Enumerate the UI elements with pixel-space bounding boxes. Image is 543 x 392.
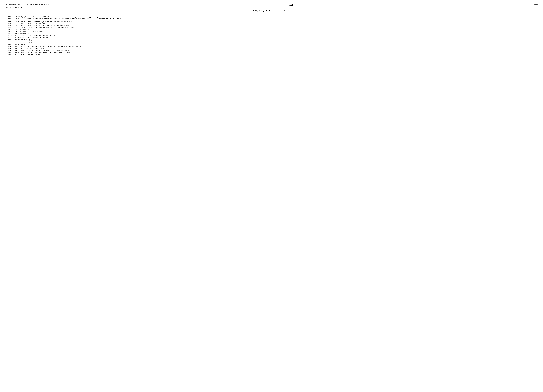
row-text: Н10=16,5' Н12=13,3•	[17, 19, 538, 21]
row-text: Е17-89 6-4(А2-0,82) ПРИМЕЧ.' 1' ' РАКОВИ…	[17, 46, 538, 48]
row-id1: 1284	[5, 46, 12, 48]
table-row: 12769С130-2014' 1' ' ТО ЖЕ,А=100ММ•	[5, 30, 538, 32]
table-row: 127912С130-672' 1,0' ' СТОИМОСТЬ ВОРОНОК…	[5, 36, 538, 38]
row-id2: 11	[12, 34, 17, 36]
row-text: Е16-30 5-1' 55' ' ТРУБОПРОВОДЫ 4УГУННЫЕ …	[17, 21, 538, 23]
row-id2: 8	[12, 28, 17, 30]
table-row: 12703Н10=16,5' Н12=13,3•	[5, 19, 538, 21]
section-title: ИСХОДНЫЕ ДАННЫЕ	[253, 10, 271, 12]
row-id1: 1269	[5, 17, 12, 19]
table-row: 12736Е16-66 8-1' 10' ' ТО ЖЕ,СТАЛЬНЫЕ ЭЛ…	[5, 25, 538, 27]
row-text: Е16-66 8-1' 10' ' ТО ЖЕ,СТАЛЬНЫЕ ЭЛЕКТРО…	[17, 25, 538, 27]
row-text: С130-672' 1,0' ' СТОИМОСТЬ ВОРОНОК•	[17, 36, 538, 38]
table-row: 12692Ю' ' ' ' ТИПОВОЙ ПРОЕКТ КЛУБА(СТЕНЫ…	[5, 17, 538, 19]
row-text: С130-2014' 1' ' ТО ЖЕ,А=100ММ•	[17, 30, 538, 32]
row-id2: 20	[12, 51, 17, 53]
row-id1: 1285	[5, 48, 12, 50]
row-id1: 1275	[5, 28, 12, 30]
row-id2: 6	[12, 25, 17, 27]
row-text: КИВАБОВ' ЗАХАРОВА' ГАМОВА•	[17, 53, 538, 55]
table-row: 12747Е16-34 6-2' 7' ' ТО ЖЕ,ПОЛИЭТИЛЕНОВ…	[5, 27, 538, 28]
year-label: 1Р41	[534, 4, 538, 5]
row-id1: 1280	[5, 38, 12, 40]
row-id2: 5	[12, 23, 17, 25]
row-text: Е17-58 4-1' 7' ' УНИТАЗЫ КЕРАМИЧЕСКИЕ С …	[17, 40, 538, 42]
row-id2: 18	[12, 48, 17, 50]
row-id2: 12	[12, 36, 17, 38]
separator: =====================	[5, 12, 538, 14]
row-id2: 17	[12, 46, 17, 48]
row-id2: 1	[12, 15, 17, 17]
page-number: 103	[289, 4, 294, 6]
row-id1: 1287	[5, 51, 12, 53]
table-row: 128417Е17-89 6-4(А2-0,82) ПРИМЕЧ.' 1' ' …	[5, 46, 538, 48]
row-id2: 16	[12, 44, 17, 46]
table-row: 12681Э1741' НВГ1' ' ' 1,0' ' ' ' Р300' Н…	[5, 15, 538, 17]
row-text: С130-1493' 1•	[17, 32, 538, 34]
row-id1: 1272	[5, 23, 12, 25]
row-id2: 4	[12, 21, 17, 23]
section-params: (П.Н.= 21)	[282, 10, 290, 12]
row-id1: 1268	[5, 15, 12, 17]
row-id2: 10	[12, 32, 17, 34]
row-id1: 1279	[5, 36, 12, 38]
table-row: 128619Е15-647 166-3' 24' ' ОКРАСКА 4УГУН…	[5, 50, 538, 51]
table-row: 127811Е16-189 17-2' 2( ' ВОРОНКИ СТАЛЬНЫ…	[5, 34, 538, 36]
table-row: 12725Е16-31 5-2' 30' ' То ЖЕ,А=100ММ•	[5, 23, 538, 25]
row-id1: 1270	[5, 19, 12, 21]
table-row: 128215Е17-25 1-5' 4' ' УМЫВАЛЬНИКИ КЕРАМ…	[5, 42, 538, 44]
row-id1: 1288	[5, 53, 12, 55]
data-table: 12681Э1741' НВГ1' ' ' 1,0' ' ' ' Р300' Н…	[5, 15, 538, 55]
row-id2: 14	[12, 40, 17, 42]
row-id1: 1274	[5, 27, 12, 28]
row-text: Е17-25 1-5' 4' ' УМЫВАЛЬНИКИ КЕРАМИЧЕСКИ…	[17, 42, 538, 44]
table-row: 127710С130-1493' 1•	[5, 32, 538, 34]
row-id2: 2	[12, 17, 17, 19]
row-id2: 15	[12, 42, 17, 44]
row-id2: 19	[12, 50, 17, 51]
row-id1: 1286	[5, 50, 12, 51]
table-row: 128013Е17-37 1-10' 2•	[5, 38, 538, 40]
row-text: Э1741' НВГ1' ' ' 1,0' ' ' ' Р300' НЗ•	[17, 15, 538, 17]
row-id1: 1271	[5, 21, 12, 23]
row-text: Е20-696 18-1' 10' ' ОПОРЫ ОП-1•	[17, 48, 538, 50]
row-text: Е16-189 17-2' 2( ' ВОРОНКИ СТАЛЬНЫЕ СВАР…	[17, 34, 538, 36]
program-label: ПРОГРАММНЫЙ КОМПЛЕКС АВС-3ЕС ( РЕДАКЦИЯ …	[5, 4, 49, 5]
table-row: 128821КИВАБОВ' ЗАХАРОВА' ГАМОВА•	[5, 53, 538, 55]
doc-label: 264-12-249.85 АЛЬб.1Х 4.I	[5, 7, 28, 9]
table-row: 12758С130-2013' 1•	[5, 28, 538, 30]
row-text: Е17-75 5-1' 4•	[17, 44, 538, 46]
row-text: Е17-37 1-10' 2•	[17, 38, 538, 40]
row-text: С130-2013' 1•	[17, 28, 538, 30]
row-id2: 13	[12, 38, 17, 40]
row-id2: 21	[12, 53, 17, 55]
row-id2: 9	[12, 30, 17, 32]
row-text: Е15-614 164-8' 3' ' МАСЛЯНАЯ ОКРАСКА СТА…	[17, 51, 538, 53]
row-text: Е16-34 6-2' 7' ' ТО ЖЕ,ПОЛИЭТИЛЕНОВЫЕ ВЫ…	[17, 27, 538, 28]
row-id1: 1283	[5, 44, 12, 46]
table-row: 128114Е17-58 4-1' 7' ' УНИТАЗЫ КЕРАМИЧЕС…	[5, 40, 538, 42]
row-id1: 1278	[5, 34, 12, 36]
row-id1: 1273	[5, 25, 12, 27]
row-id1: 1282	[5, 42, 12, 44]
row-text: Ю' ' ' ' ТИПОВОЙ ПРОЕКТ КЛУБА(СТЕНЫ КИРП…	[17, 17, 538, 19]
table-row: 12714Е16-30 5-1' 55' ' ТРУБОПРОВОДЫ 4УГУ…	[5, 21, 538, 23]
table-row: 128720Е15-614 164-8' 3' ' МАСЛЯНАЯ ОКРАС…	[5, 51, 538, 53]
row-id2: 7	[12, 27, 17, 28]
row-id1: 1276	[5, 30, 12, 32]
table-row: 128316Е17-75 5-1' 4•	[5, 44, 538, 46]
row-text: Е16-31 5-2' 30' ' То ЖЕ,А=100ММ•	[17, 23, 538, 25]
row-id1: 1281	[5, 40, 12, 42]
row-text: Е15-647 166-3' 24' ' ОКРАСКА 4УГУННЫХ ТР…	[17, 50, 538, 51]
row-id1: 1277	[5, 32, 12, 34]
row-id2: 3	[12, 19, 17, 21]
table-row: 128518Е20-696 18-1' 10' ' ОПОРЫ ОП-1•	[5, 48, 538, 50]
